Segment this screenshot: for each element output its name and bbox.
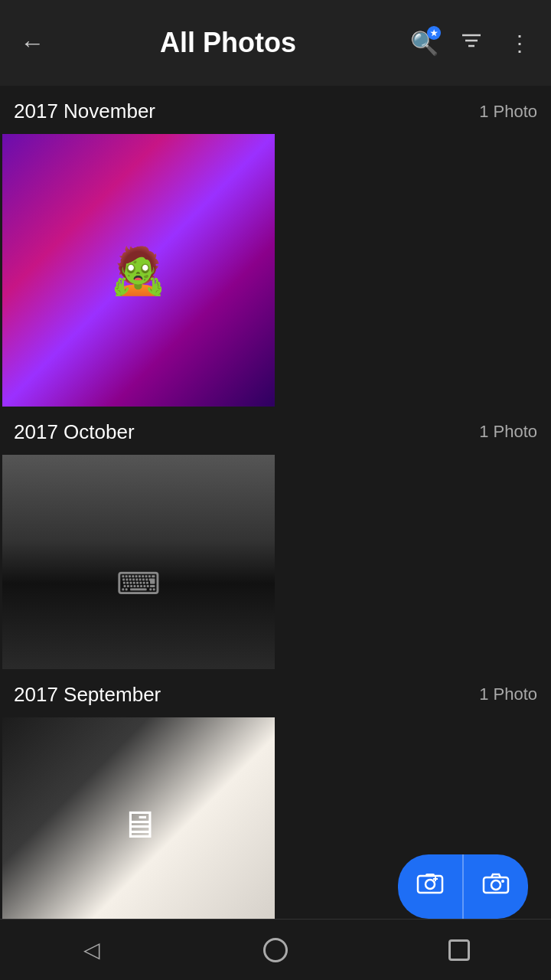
nav-recent-icon [448, 939, 470, 961]
search-button[interactable]: 🔍 ★ [407, 26, 441, 60]
section-header-september: 2017 September 1 Photo [0, 669, 551, 717]
filter-icon [461, 30, 482, 57]
photo-november-1 [2, 134, 275, 407]
back-button[interactable]: ← [15, 29, 49, 57]
section-title-november: 2017 November [14, 100, 155, 123]
list-item[interactable] [2, 134, 275, 407]
keyboard-image [2, 455, 275, 669]
section-count-november: 1 Photo [479, 102, 537, 122]
nav-home-icon [263, 938, 288, 962]
svg-point-4 [425, 880, 435, 889]
section-header-october: 2017 October 1 Photo [0, 407, 551, 455]
list-item[interactable] [2, 717, 275, 920]
nav-recent-button[interactable] [436, 927, 482, 973]
svg-point-10 [501, 880, 504, 883]
nav-bar: ◁ [0, 919, 551, 980]
nav-back-icon: ◁ [83, 937, 100, 962]
header: ← All Photos 🔍 ★ ⋮ [0, 0, 551, 86]
page-title: All Photos [64, 27, 392, 59]
photo-october-1 [2, 455, 275, 669]
section-title-september: 2017 September [14, 683, 161, 707]
fab-container[interactable] [398, 854, 528, 919]
section-header-november: 2017 November 1 Photo [0, 86, 551, 134]
nav-back-button[interactable]: ◁ [69, 927, 115, 973]
more-button[interactable]: ⋮ [502, 26, 536, 60]
photo-grid-october [0, 455, 551, 669]
section-count-september: 1 Photo [479, 684, 537, 704]
camera-icon [482, 870, 510, 903]
photo-grid-november [0, 134, 551, 407]
more-icon: ⋮ [509, 31, 529, 56]
add-photo-button[interactable] [398, 854, 464, 919]
svg-rect-5 [425, 874, 435, 877]
section-count-october: 1 Photo [479, 422, 537, 442]
photo-september-1 [2, 717, 275, 920]
add-photo-icon [416, 870, 444, 903]
list-item[interactable] [2, 455, 275, 669]
section-title-october: 2017 October [14, 420, 135, 444]
header-icons: 🔍 ★ ⋮ [407, 26, 536, 60]
svg-point-9 [491, 880, 500, 890]
svg-rect-3 [418, 876, 442, 893]
search-badge: ★ [427, 26, 441, 40]
camera-button[interactable] [464, 854, 528, 919]
nav-home-button[interactable] [253, 927, 298, 973]
desk-image [2, 717, 275, 920]
photo-list: 2017 November 1 Photo 2017 October 1 Pho… [0, 86, 551, 919]
filter-button[interactable] [455, 26, 488, 60]
monster-high-image [2, 134, 275, 407]
